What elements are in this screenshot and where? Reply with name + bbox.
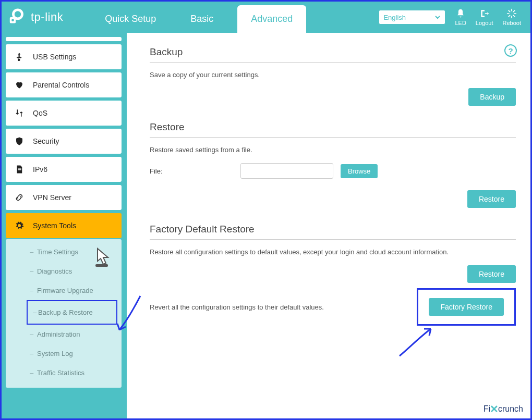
qos-icon (14, 108, 25, 118)
svg-rect-12 (18, 169, 21, 170)
backup-button[interactable]: Backup (468, 88, 516, 106)
chevron-down-icon (434, 14, 441, 20)
content-panel: ? Backup Save a copy of your current set… (127, 33, 530, 418)
submenu-diagnostics[interactable]: Diagnostics (6, 262, 122, 281)
tplink-logo-icon (8, 7, 28, 27)
tab-quick-setup[interactable]: Quick Setup (94, 4, 166, 33)
sidebar-item-system-tools[interactable]: System Tools (6, 213, 122, 238)
factory-desc1: Restore all configuration settings to de… (150, 248, 516, 256)
restore-title: Restore (150, 121, 516, 138)
reboot-label: Reboot (503, 20, 521, 26)
reboot-button[interactable]: Reboot (503, 8, 521, 26)
file-input[interactable] (240, 163, 333, 179)
watermark-x-icon: ✕ (490, 403, 499, 415)
led-button[interactable]: LED (455, 8, 466, 26)
sidebar-label: IPv6 (33, 165, 47, 174)
factory-restore-highlight-frame: Factory Restore (417, 288, 516, 326)
restore-desc: Restore saved settings from a file. (150, 146, 516, 154)
submenu-backup-restore[interactable]: Backup & Restore (27, 300, 117, 325)
backup-title: Backup (150, 46, 516, 63)
sidebar-item-ipv6[interactable]: IPv6 (6, 157, 122, 182)
restore-button[interactable]: Restore (467, 190, 516, 208)
svg-line-8 (514, 15, 515, 17)
sidebar-label: VPN Server (33, 193, 71, 202)
sidebar-item-usb[interactable]: USB Settings (6, 44, 122, 69)
logout-icon (479, 8, 490, 19)
file-label: File: (150, 167, 233, 175)
svg-point-2 (11, 19, 14, 21)
sidebar-label: QoS (33, 109, 47, 117)
sidebar-item-security[interactable]: Security (6, 129, 122, 154)
heart-icon (14, 80, 25, 90)
system-tools-submenu: Time Settings Diagnostics Firmware Upgra… (6, 239, 122, 388)
logout-button[interactable]: Logout (476, 8, 493, 26)
header: tp-link Quick Setup Basic Advanced Engli… (2, 2, 530, 33)
backup-desc: Save a copy of your current settings. (150, 71, 516, 79)
sidebar-item-qos[interactable]: QoS (6, 101, 122, 126)
factory-restore-button[interactable]: Factory Restore (429, 298, 504, 316)
submenu-administration[interactable]: Administration (6, 325, 122, 344)
sidebar-item-vpn[interactable]: VPN Server (6, 185, 122, 210)
section-backup: Backup Save a copy of your current setti… (150, 46, 516, 106)
svg-rect-11 (18, 168, 21, 169)
shield-icon (14, 136, 25, 146)
header-right: English LED Logout Reboot (379, 8, 521, 26)
section-restore: Restore Restore saved settings from a fi… (150, 121, 516, 208)
sidebar: USB Settings Parental Controls QoS Secur… (2, 33, 127, 418)
browse-button[interactable]: Browse (341, 164, 378, 178)
nav-tabs: Quick Setup Basic Advanced (94, 2, 306, 33)
svg-line-10 (514, 10, 515, 12)
reboot-icon (506, 8, 517, 19)
sidebar-label: USB Settings (33, 53, 76, 61)
svg-line-7 (509, 10, 510, 12)
submenu-time-settings[interactable]: Time Settings (6, 242, 122, 262)
sidebar-label: Security (33, 137, 59, 145)
sidebar-label: System Tools (33, 221, 76, 230)
sidebar-item-parental[interactable]: Parental Controls (6, 72, 122, 97)
submenu-firmware-upgrade[interactable]: Firmware Upgrade (6, 281, 122, 300)
factory-restore-partial-button[interactable]: Restore (467, 265, 516, 283)
sidebar-label: Parental Controls (33, 81, 89, 89)
submenu-traffic-statistics[interactable]: Traffic Statistics (6, 363, 122, 382)
section-factory: Factory Default Restore Restore all conf… (150, 224, 516, 326)
language-select[interactable]: English (379, 10, 445, 24)
watermark-part-a: Fi (483, 404, 490, 414)
svg-line-9 (509, 15, 510, 17)
factory-title: Factory Default Restore (150, 224, 516, 240)
watermark-part-b: crunch (498, 404, 523, 414)
logout-label: Logout (476, 20, 493, 26)
watermark: Fi ✕ crunch (483, 403, 523, 415)
brand-logo: tp-link (8, 7, 63, 27)
sidebar-item-collapsed-top[interactable] (6, 37, 122, 41)
led-label: LED (455, 20, 466, 26)
help-icon[interactable]: ? (504, 44, 517, 57)
factory-desc2: Revert all the configuration settings to… (150, 303, 324, 311)
tab-advanced[interactable]: Advanced (237, 5, 306, 34)
language-value: English (383, 14, 406, 21)
document-icon (14, 164, 25, 175)
brand-name: tp-link (31, 10, 63, 24)
submenu-system-log[interactable]: System Log (6, 344, 122, 363)
gear-icon (14, 220, 25, 231)
bell-icon (455, 8, 466, 19)
link-icon (14, 192, 25, 203)
body-area: USB Settings Parental Controls QoS Secur… (2, 33, 530, 418)
tab-basic[interactable]: Basic (180, 4, 224, 33)
usb-icon (14, 52, 25, 62)
